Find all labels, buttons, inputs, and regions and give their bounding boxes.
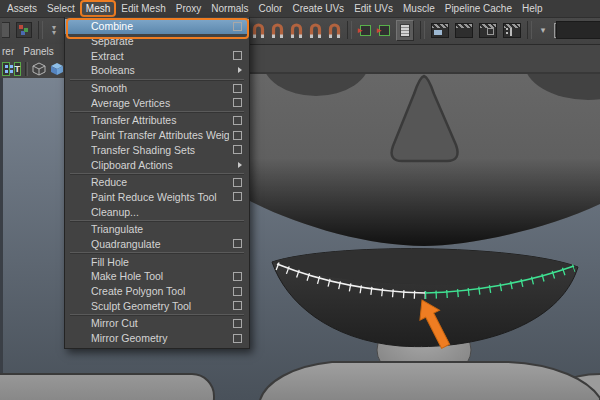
- option-box[interactable]: [233, 51, 242, 60]
- menu-item-label: Extract: [91, 50, 229, 62]
- menu-item-triangulate[interactable]: Triangulate: [65, 222, 249, 237]
- menu-item-label: Clipboard Actions: [91, 159, 234, 171]
- menu-item-fill-hole[interactable]: Fill Hole: [65, 254, 249, 269]
- render-current-frame-icon[interactable]: [431, 23, 449, 38]
- snap-to-grid-icon[interactable]: [252, 23, 265, 38]
- snap-to-curve-icon[interactable]: [271, 23, 284, 38]
- menu-separator: [70, 111, 244, 112]
- torso[interactable]: [260, 362, 600, 400]
- menu-item-paint-transfer-attributes-weights-tool[interactable]: Paint Transfer Attributes Weights Tool: [65, 128, 249, 143]
- construction-history-icon[interactable]: [396, 20, 414, 41]
- option-box[interactable]: [233, 272, 242, 281]
- mesh-menu: CombineSeparateExtractBooleansSmoothAver…: [64, 17, 250, 349]
- render-settings-icon[interactable]: [479, 23, 497, 38]
- snap-to-projected-center-icon[interactable]: [309, 23, 322, 38]
- panel-menu-renderer[interactable]: rer: [2, 46, 14, 57]
- wireframe-cube-icon[interactable]: [32, 62, 46, 76]
- option-box[interactable]: [233, 301, 242, 310]
- menubar-item-muscle[interactable]: Muscle: [398, 0, 440, 17]
- menubar-item-edit-mesh[interactable]: Edit Mesh: [116, 0, 170, 17]
- quick-selection-field[interactable]: [556, 21, 600, 39]
- menu-item-create-polygon-tool[interactable]: Create Polygon Tool: [65, 284, 249, 299]
- collapse-section-icon[interactable]: ▾▾: [49, 25, 59, 35]
- menubar-item-create-uvs[interactable]: Create UVs: [287, 0, 349, 17]
- menu-item-label: Separate: [91, 35, 242, 47]
- selection-masks-icon[interactable]: [16, 22, 32, 38]
- panel-strip: rer Panels T: [0, 44, 64, 78]
- menu-item-label: Average Vertices: [91, 97, 229, 109]
- menu-item-label: Mirror Geometry: [91, 332, 229, 344]
- dropdown-caret-icon[interactable]: ▾: [538, 25, 548, 35]
- menu-item-transfer-attributes[interactable]: Transfer Attributes: [65, 113, 249, 128]
- clipped-tool-icon[interactable]: [2, 22, 10, 38]
- menu-item-label: Sculpt Geometry Tool: [91, 300, 229, 312]
- menubar-item-proxy[interactable]: Proxy: [171, 0, 207, 17]
- menu-item-separate[interactable]: Separate: [65, 34, 249, 49]
- text-tool-icon[interactable]: T: [14, 62, 22, 76]
- option-box[interactable]: [233, 145, 242, 154]
- menubar-item-normals[interactable]: Normals: [206, 0, 253, 17]
- option-box[interactable]: [233, 192, 242, 201]
- snap-to-view-plane-icon[interactable]: [328, 23, 341, 38]
- menubar-item-mesh[interactable]: Mesh: [80, 0, 116, 17]
- menu-item-label: Transfer Shading Sets: [91, 144, 229, 156]
- menu-item-label: Combine: [91, 20, 229, 32]
- submenu-arrow-icon: [238, 162, 242, 168]
- menu-item-mirror-geometry[interactable]: Mirror Geometry: [65, 331, 249, 346]
- menubar-item-select[interactable]: Select: [42, 0, 80, 17]
- menubar-item-help[interactable]: Help: [517, 0, 548, 17]
- menu-item-mirror-cut[interactable]: Mirror Cut: [65, 316, 249, 331]
- menu-item-quadrangulate[interactable]: Quadrangulate: [65, 237, 249, 252]
- character-head[interactable]: [248, 44, 600, 250]
- menubar-item-color[interactable]: Color: [254, 0, 288, 17]
- left-arm[interactable]: [0, 374, 214, 400]
- status-line-right-group: ►►▾: [252, 17, 569, 43]
- option-box[interactable]: [233, 239, 242, 248]
- panel-menu-panels[interactable]: Panels: [23, 46, 54, 57]
- snap-to-point-icon[interactable]: [290, 23, 303, 38]
- input-connections-icon[interactable]: ►: [358, 24, 371, 37]
- component-dots-icon[interactable]: [2, 62, 10, 76]
- menubar-item-assets[interactable]: Assets: [2, 0, 42, 17]
- ipr-render-icon[interactable]: [455, 23, 473, 38]
- separator: [25, 62, 28, 76]
- hat-brim-edge: [246, 72, 600, 74]
- launch-render-view-icon[interactable]: [503, 23, 521, 38]
- menubar-item-edit-uvs[interactable]: Edit UVs: [349, 0, 398, 17]
- menu-item-label: Quadrangulate: [91, 238, 229, 250]
- option-box[interactable]: [233, 22, 242, 31]
- menu-item-label: Fill Hole: [91, 256, 242, 268]
- menu-item-combine[interactable]: Combine: [65, 19, 249, 34]
- menu-item-label: Paint Transfer Attributes Weights Tool: [91, 129, 229, 141]
- menu-item-make-hole-tool[interactable]: Make Hole Tool: [65, 269, 249, 284]
- menu-item-transfer-shading-sets[interactable]: Transfer Shading Sets: [65, 143, 249, 158]
- option-box[interactable]: [233, 98, 242, 107]
- menu-separator: [70, 252, 244, 253]
- hat-brim[interactable]: [246, 44, 600, 74]
- shaded-cube-icon[interactable]: [50, 62, 64, 76]
- menu-item-cleanup[interactable]: Cleanup...: [65, 204, 249, 219]
- menubar-item-pipeline-cache[interactable]: Pipeline Cache: [440, 0, 517, 17]
- menu-item-paint-reduce-weights-tool[interactable]: Paint Reduce Weights Tool: [65, 190, 249, 205]
- menu-item-average-vertices[interactable]: Average Vertices: [65, 95, 249, 110]
- menu-item-sculpt-geometry-tool[interactable]: Sculpt Geometry Tool: [65, 298, 249, 313]
- panel-toolbar: T: [0, 59, 64, 78]
- menu-item-extract[interactable]: Extract: [65, 48, 249, 63]
- separator: [38, 21, 43, 39]
- output-connections-icon[interactable]: ►: [377, 24, 390, 37]
- menu-item-smooth[interactable]: Smooth: [65, 81, 249, 96]
- menu-item-label: Paint Reduce Weights Tool: [91, 191, 229, 203]
- menu-item-booleans[interactable]: Booleans: [65, 63, 249, 78]
- menu-item-label: Triangulate: [91, 223, 242, 235]
- option-box[interactable]: [233, 334, 242, 343]
- menu-item-clipboard-actions[interactable]: Clipboard Actions: [65, 157, 249, 172]
- menu-item-reduce[interactable]: Reduce: [65, 175, 249, 190]
- option-box[interactable]: [233, 287, 242, 296]
- option-box[interactable]: [233, 178, 242, 187]
- option-box[interactable]: [233, 131, 242, 140]
- menu-item-label: Reduce: [91, 176, 229, 188]
- menu-separator: [70, 220, 244, 221]
- option-box[interactable]: [233, 116, 242, 125]
- option-box[interactable]: [233, 319, 242, 328]
- option-box[interactable]: [233, 84, 242, 93]
